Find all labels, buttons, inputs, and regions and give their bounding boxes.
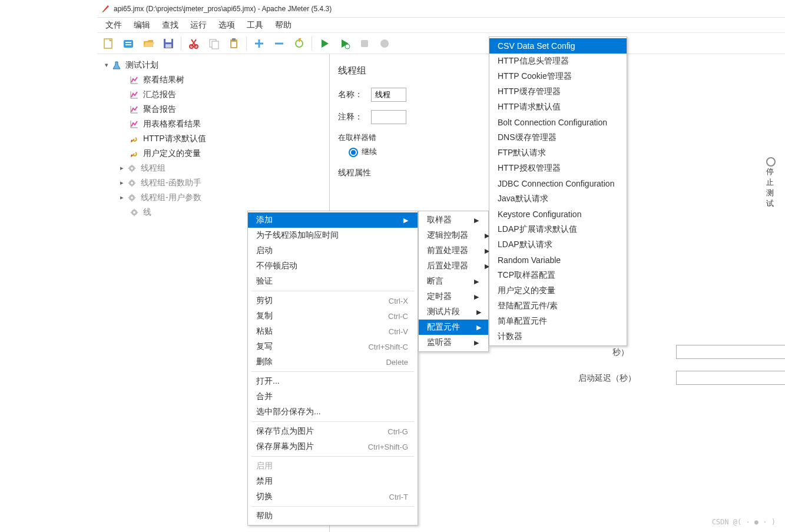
config-element-item[interactable]: CSV Data Set Config [489, 38, 627, 54]
config-element-item[interactable]: Keystore Configuration [489, 207, 627, 222]
config-element-item[interactable]: HTTP缓存管理器 [489, 84, 627, 99]
ctx-add-response-time[interactable]: 为子线程添加响应时间 [248, 228, 418, 243]
ctx-start-no-pause[interactable]: 不停顿启动 [248, 258, 418, 274]
open-icon[interactable] [140, 35, 157, 52]
tree-item[interactable]: 用表格察看结果 [98, 117, 328, 131]
config-element-item[interactable]: LDAP默认请求 [489, 237, 627, 252]
config-element-item[interactable]: Java默认请求 [489, 191, 627, 207]
name-field[interactable] [371, 88, 406, 102]
config-element-item[interactable]: 简单配置元件 [489, 314, 627, 329]
cut-icon[interactable] [185, 35, 203, 52]
menu-item-label: JDBC Connection Configuration [498, 179, 614, 188]
sub-config[interactable]: 配置元件▶ [419, 320, 488, 335]
start-icon[interactable] [316, 35, 333, 52]
config-element-item[interactable]: HTTP Cookie管理器 [489, 69, 627, 84]
ctx-add[interactable]: 添加▶ [248, 212, 418, 228]
expand-icon[interactable]: ▸ [118, 165, 125, 172]
ctx-paste[interactable]: 粘贴Ctrl-V [248, 324, 418, 339]
config-element-item[interactable]: TCP取样器配置 [489, 268, 627, 283]
ctx-enable[interactable]: 启用 [248, 458, 418, 474]
toggle-icon[interactable] [290, 35, 308, 52]
expand-icon[interactable]: ▸ [118, 179, 125, 187]
menu-edit[interactable]: 编辑 [128, 18, 156, 32]
tree-item[interactable]: HTTP请求默认值 [98, 131, 328, 146]
tree-item[interactable]: ▸线程组-用户参数 [98, 190, 328, 205]
menu-options[interactable]: 选项 [213, 18, 241, 32]
expand-icon[interactable] [250, 35, 268, 52]
ctx-start[interactable]: 启动 [248, 243, 418, 258]
menu-search[interactable]: 查找 [156, 18, 184, 32]
templates-icon[interactable] [120, 35, 137, 52]
sub-timer[interactable]: 定时器▶ [419, 289, 488, 304]
tree-item[interactable]: ▸线程组-函数助手 [98, 175, 328, 190]
tree-item-label: 聚合报告 [143, 104, 176, 115]
menu-item-label: HTTP信息头管理器 [498, 56, 569, 66]
stop-icon[interactable] [356, 35, 373, 52]
sub-listener[interactable]: 监听器▶ [419, 335, 488, 350]
config-element-item[interactable]: HTTP信息头管理器 [489, 54, 627, 69]
tree-item[interactable]: 察看结果树 [98, 72, 328, 87]
config-element-item[interactable]: 登陆配置元件/素 [489, 298, 627, 314]
config-element-item[interactable]: 用户定义的变量 [489, 283, 627, 298]
sub-postproc[interactable]: 后置处理器▶ [419, 258, 488, 274]
expand-icon[interactable]: ▾ [103, 62, 110, 69]
config-element-item[interactable]: JDBC Connection Configuration [489, 176, 627, 191]
config-element-item[interactable]: Random Variable [489, 252, 627, 268]
config-element-item[interactable]: LDAP扩展请求默认值 [489, 222, 627, 237]
tree-item[interactable]: ▸线程组 [98, 161, 328, 175]
radio-continue[interactable]: 继续 [349, 147, 377, 157]
tree-item-label: 用表格察看结果 [143, 119, 201, 129]
copy-icon[interactable] [205, 35, 223, 52]
ctx-save-node-img[interactable]: 保存节点为图片Ctrl-G [248, 424, 418, 439]
svg-point-21 [131, 182, 133, 184]
tree-root[interactable]: ▾ 测试计划 [98, 58, 328, 72]
ctx-open[interactable]: 打开... [248, 374, 418, 389]
radio-stop-test[interactable]: 停止测试 [766, 157, 779, 209]
comment-label: 注释： [338, 112, 366, 122]
ctx-copy[interactable]: 复制Ctrl-C [248, 308, 418, 324]
ctx-validate[interactable]: 验证 [248, 274, 418, 289]
ctx-save-screen-img[interactable]: 保存屏幕为图片Ctrl+Shift-G [248, 439, 418, 454]
tree-item[interactable]: 用户定义的变量 [98, 146, 328, 161]
ctx-save-selection[interactable]: 选中部分保存为... [248, 404, 418, 420]
chevron-right-icon: ▶ [474, 278, 479, 285]
tree-item[interactable]: 汇总报告 [98, 87, 328, 102]
ctx-delete[interactable]: 删除Delete [248, 354, 418, 370]
menu-tools[interactable]: 工具 [241, 18, 269, 32]
paste-icon[interactable] [225, 35, 243, 52]
ctx-help[interactable]: 帮助 [248, 508, 418, 524]
start-no-timers-icon[interactable] [336, 35, 353, 52]
menu-run[interactable]: 运行 [184, 18, 213, 32]
duration-field[interactable] [676, 345, 785, 359]
ctx-disable[interactable]: 禁用 [248, 474, 418, 489]
config-element-item[interactable]: 计数器 [489, 329, 627, 344]
menu-file[interactable]: 文件 [100, 18, 128, 32]
ctx-duplicate[interactable]: 复写Ctrl+Shift-C [248, 339, 418, 354]
menu-item-label: LDAP扩展请求默认值 [498, 224, 577, 235]
sub-logic[interactable]: 逻辑控制器▶ [419, 228, 488, 243]
comment-field[interactable] [371, 110, 406, 124]
menu-item-label: 计数器 [498, 331, 522, 342]
sub-preproc[interactable]: 前置处理器▶ [419, 243, 488, 258]
ctx-toggle[interactable]: 切换Ctrl-T [248, 489, 418, 504]
startup-delay-field[interactable] [676, 371, 785, 385]
config-element-item[interactable]: Bolt Connection Configuration [489, 115, 627, 130]
config-element-item[interactable]: DNS缓存管理器 [489, 130, 627, 145]
sub-assertion[interactable]: 断言▶ [419, 274, 488, 289]
sub-testfrag[interactable]: 测试片段▶ [419, 304, 488, 320]
config-element-item[interactable]: FTP默认请求 [489, 145, 627, 161]
menu-item-label: HTTP Cookie管理器 [498, 71, 572, 82]
ctx-merge[interactable]: 合并 [248, 389, 418, 404]
menu-help[interactable]: 帮助 [269, 18, 297, 32]
shutdown-icon[interactable] [376, 35, 393, 52]
expand-icon[interactable]: ▸ [118, 194, 125, 201]
collapse-icon[interactable] [270, 35, 288, 52]
title-bar: api65.jmx (D:\projects\jmeter_pros\api65… [97, 0, 785, 18]
sub-sampler[interactable]: 取样器▶ [419, 212, 488, 228]
new-icon[interactable] [100, 35, 117, 52]
ctx-cut[interactable]: 剪切Ctrl-X [248, 293, 418, 308]
config-element-item[interactable]: HTTP请求默认值 [489, 99, 627, 115]
tree-item[interactable]: 聚合报告 [98, 102, 328, 117]
config-element-item[interactable]: HTTP授权管理器 [489, 161, 627, 176]
save-icon[interactable] [160, 35, 177, 52]
